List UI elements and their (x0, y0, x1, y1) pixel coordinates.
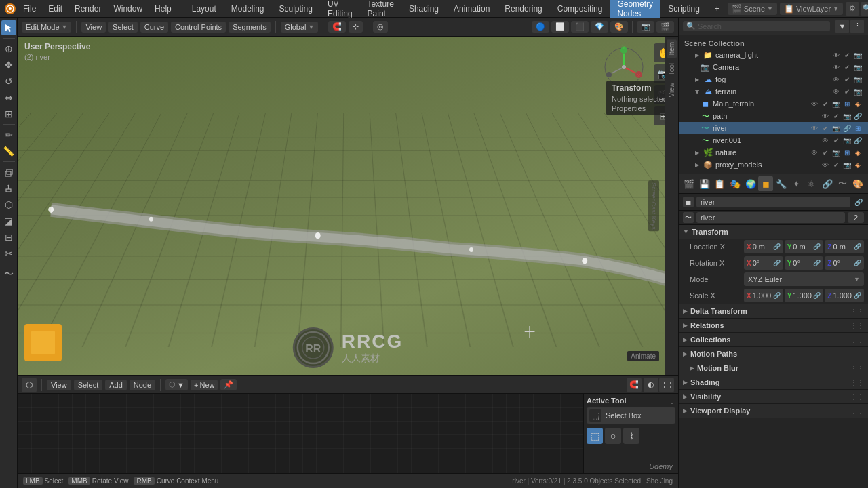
vis-terrain[interactable]: 👁 (831, 87, 841, 96)
sel-river[interactable]: ✔ (821, 123, 830, 133)
node-view-menu[interactable]: View (47, 380, 71, 390)
object-name-field[interactable]: river (696, 197, 850, 207)
vis-river-001[interactable]: 👁 (821, 136, 830, 145)
menu-file[interactable]: File (18, 3, 41, 15)
vis-camera-light[interactable]: 👁 (831, 50, 841, 60)
tool-mode-box[interactable]: ⬚ (587, 428, 603, 444)
vp-render-btn[interactable]: 🎬 (656, 21, 674, 33)
top-icon-2[interactable]: 🔍 (861, 2, 868, 16)
right-options-btn[interactable]: ⋮ (850, 20, 864, 33)
sel-proxy-models[interactable]: ✔ (831, 160, 841, 169)
tab-uv-editing[interactable]: UV Editing (321, 0, 359, 20)
proportional-editing[interactable]: ◎ (373, 21, 388, 33)
node-add-menu[interactable]: Add (105, 380, 127, 390)
tool-mode-circle[interactable]: ○ (605, 428, 621, 444)
menu-window[interactable]: Window (108, 3, 148, 15)
ren-main-terrain[interactable]: 📷 (831, 99, 841, 108)
tool-knife[interactable]: ✂ (1, 246, 16, 261)
tool-add-cube[interactable] (1, 165, 16, 180)
location-y[interactable]: Y 0 m 🔗 (785, 240, 824, 253)
ren-fog[interactable]: 📷 (853, 75, 863, 84)
sel-nature[interactable]: ✔ (821, 148, 830, 157)
editor-type-btn[interactable]: ⬡ (22, 378, 37, 392)
tool-loop-cut[interactable]: ⊟ (1, 230, 16, 245)
tab-modeling[interactable]: Modeling (224, 3, 271, 15)
props-tab-material[interactable]: 🎨 (850, 176, 865, 191)
tab-sculpting[interactable]: Sculpting (273, 3, 319, 15)
ren-camera[interactable]: 📷 (853, 62, 863, 72)
vp-transform-dropdown[interactable]: Global ▼ (281, 22, 319, 33)
shading-header[interactable]: ▶ Shading ⋮⋮ (679, 375, 868, 389)
sel-camera-light[interactable]: ✔ (842, 50, 852, 60)
node-pin-btn[interactable]: 📌 (220, 379, 237, 390)
ren-proxy-models[interactable]: 📷 (842, 160, 852, 169)
location-z[interactable]: Z 0 m 🔗 (825, 240, 864, 253)
vp-shading-render[interactable]: 🎨 (610, 21, 628, 33)
sel-path[interactable]: ✔ (831, 111, 841, 121)
scene-selector[interactable]: 🎬 Scene ▼ (728, 3, 777, 15)
menu-help[interactable]: Help (149, 3, 177, 15)
properties-link[interactable]: Properties (612, 104, 667, 113)
sel-main-terrain[interactable]: ✔ (821, 99, 830, 108)
node-select-menu[interactable]: Select (74, 380, 103, 390)
props-tab-render[interactable]: 🎬 (682, 176, 696, 191)
vis-main-terrain[interactable]: 👁 (810, 99, 819, 108)
viewport-canvas[interactable]: User Perspective (2) river Y X (18, 37, 678, 375)
tool-scale[interactable]: ⇔ (1, 90, 16, 105)
props-tab-object[interactable]: ◼ (758, 176, 773, 191)
scene-item-main-terrain[interactable]: ◼ Main_terrain 👁 ✔ 📷 ⊞ ◈ (679, 98, 868, 110)
object-data-field[interactable]: river (696, 212, 845, 223)
vp-shading-solid[interactable]: ⬛ (571, 21, 589, 33)
scene-item-camera[interactable]: 📷 Camera 👁 ✔ 📷 (679, 61, 868, 73)
relations-options[interactable]: ⋮⋮ (850, 322, 864, 329)
tool-mode-lasso[interactable]: ⌇ (623, 428, 639, 444)
snap-options[interactable]: ⊹ (349, 21, 363, 33)
menu-render[interactable]: Render (69, 3, 106, 15)
vis-nature[interactable]: 👁 (810, 148, 819, 157)
vis-camera[interactable]: 👁 (831, 62, 841, 72)
sel-camera[interactable]: ✔ (842, 62, 852, 72)
tool-cursor[interactable]: ⊕ (1, 41, 16, 56)
ren-river[interactable]: 📷 (831, 123, 841, 133)
tool-move[interactable]: ✥ (1, 58, 16, 73)
tool-annotate[interactable]: ✏ (1, 127, 16, 142)
tab-rendering[interactable]: Rendering (498, 3, 549, 15)
sel-river-001[interactable]: ✔ (831, 136, 841, 145)
vp-shading-material[interactable]: 💎 (591, 21, 608, 33)
vp-control-points-menu[interactable]: Control Points (171, 22, 226, 33)
statusbar-context[interactable]: RMB Curve Context Menu (134, 477, 218, 485)
props-tab-scene[interactable]: 🎭 (728, 176, 743, 191)
tool-extrude[interactable] (1, 181, 16, 196)
scene-item-river-001[interactable]: 〜 river.001 👁 ✔ 📷 🔗 (679, 134, 868, 146)
tab-animation[interactable]: Animation (447, 3, 496, 15)
rotation-z[interactable]: Z 0° 🔗 (825, 256, 864, 270)
mode-select[interactable]: XYZ Euler ▼ (744, 272, 864, 286)
viewport-display-header[interactable]: ▶ Viewport Display ⋮⋮ (679, 404, 868, 418)
node-new-btn[interactable]: + New (191, 380, 218, 390)
visibility-options[interactable]: ⋮⋮ (850, 393, 864, 401)
node-fullscreen-btn[interactable]: ⛶ (659, 378, 674, 392)
vp-camera-btn[interactable]: 📷 (637, 21, 654, 33)
transform-section-header[interactable]: ▼ Transform ⋮⋮ (679, 225, 868, 239)
node-snap-btn[interactable]: 🧲 (627, 378, 642, 392)
tool-inset[interactable]: ⬡ (1, 197, 16, 212)
location-x[interactable]: X 0 m 🔗 (744, 240, 783, 253)
props-tab-particles[interactable]: ✦ (789, 176, 804, 191)
tab-layout[interactable]: Layout (185, 3, 223, 15)
tool-bevel[interactable]: ◪ (1, 214, 16, 228)
tab-compositing[interactable]: Compositing (551, 3, 610, 15)
ren-camera-light[interactable]: 📷 (853, 50, 863, 60)
props-tab-output[interactable]: 💾 (697, 176, 712, 191)
snap-magnet[interactable]: 🧲 (328, 21, 346, 33)
shading-options[interactable]: ⋮⋮ (850, 379, 864, 386)
scale-y[interactable]: Y 1.000 🔗 (785, 289, 824, 302)
collections-options[interactable]: ⋮⋮ (850, 336, 864, 344)
tool-measure[interactable]: 📏 (1, 144, 16, 159)
scene-item-fog[interactable]: ▶ ☁ fog 👁 ✔ 📷 (679, 73, 868, 85)
vp-segments-menu[interactable]: Segments (229, 22, 271, 33)
tool-rotate[interactable]: ↺ (1, 74, 16, 89)
rotation-y[interactable]: Y 0° 🔗 (785, 256, 824, 270)
scene-item-camera-light[interactable]: ▶ 📁 camera_light 👁 ✔ 📷 (679, 49, 868, 61)
tab-item[interactable]: Item (667, 39, 677, 58)
statusbar-select[interactable]: LMB Select (23, 477, 63, 485)
